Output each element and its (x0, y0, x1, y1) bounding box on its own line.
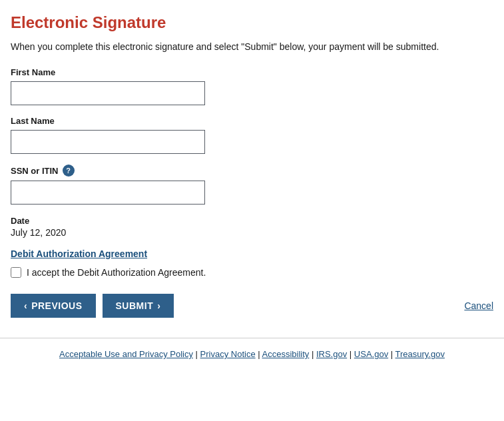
footer-link-usa[interactable]: USA.gov (354, 349, 388, 359)
checkbox-label[interactable]: I accept the Debit Authorization Agreeme… (27, 267, 206, 278)
ssn-label: SSN or ITIN (11, 166, 59, 176)
submit-chevron-icon: › (157, 300, 160, 311)
previous-button[interactable]: ‹ PREVIOUS (11, 294, 96, 318)
footer-link-privacy-notice[interactable]: Privacy Notice (200, 349, 256, 359)
ssn-label-row: SSN or ITIN ? (11, 165, 493, 177)
button-row: ‹ PREVIOUS SUBMIT › Cancel (11, 294, 493, 318)
footer-sep-1: | (196, 349, 200, 359)
first-name-input[interactable] (11, 81, 205, 105)
submit-button[interactable]: SUBMIT › (103, 294, 174, 318)
ssn-help-icon[interactable]: ? (63, 165, 75, 177)
footer-sep-4: | (350, 349, 354, 359)
ssn-group: SSN or ITIN ? (11, 165, 493, 205)
date-section: Date July 12, 2020 (11, 215, 493, 238)
date-value: July 12, 2020 (11, 227, 493, 238)
ssn-input[interactable] (11, 181, 205, 205)
previous-button-label: PREVIOUS (31, 300, 82, 311)
date-label: Date (11, 216, 29, 226)
previous-chevron-icon: ‹ (24, 300, 27, 311)
footer-link-treasury[interactable]: Treasury.gov (395, 349, 445, 359)
first-name-label: First Name (11, 67, 493, 77)
debit-authorization-link[interactable]: Debit Authorization Agreement (11, 248, 147, 259)
last-name-input[interactable] (11, 130, 205, 154)
first-name-group: First Name (11, 67, 493, 105)
footer: Acceptable Use and Privacy Policy | Priv… (0, 338, 504, 370)
footer-sep-3: | (312, 349, 316, 359)
debit-checkbox[interactable] (11, 267, 21, 278)
page-description: When you complete this electronic signat… (11, 40, 493, 54)
footer-link-irs[interactable]: IRS.gov (316, 349, 347, 359)
footer-link-privacy-policy[interactable]: Acceptable Use and Privacy Policy (59, 349, 193, 359)
footer-sep-5: | (391, 349, 395, 359)
last-name-group: Last Name (11, 116, 493, 154)
submit-button-label: SUBMIT (116, 300, 154, 311)
cancel-link[interactable]: Cancel (464, 300, 493, 311)
checkbox-row: I accept the Debit Authorization Agreeme… (11, 267, 493, 278)
footer-link-accessibility[interactable]: Accessibility (262, 349, 310, 359)
last-name-label: Last Name (11, 116, 493, 126)
page-title: Electronic Signature (11, 13, 493, 32)
